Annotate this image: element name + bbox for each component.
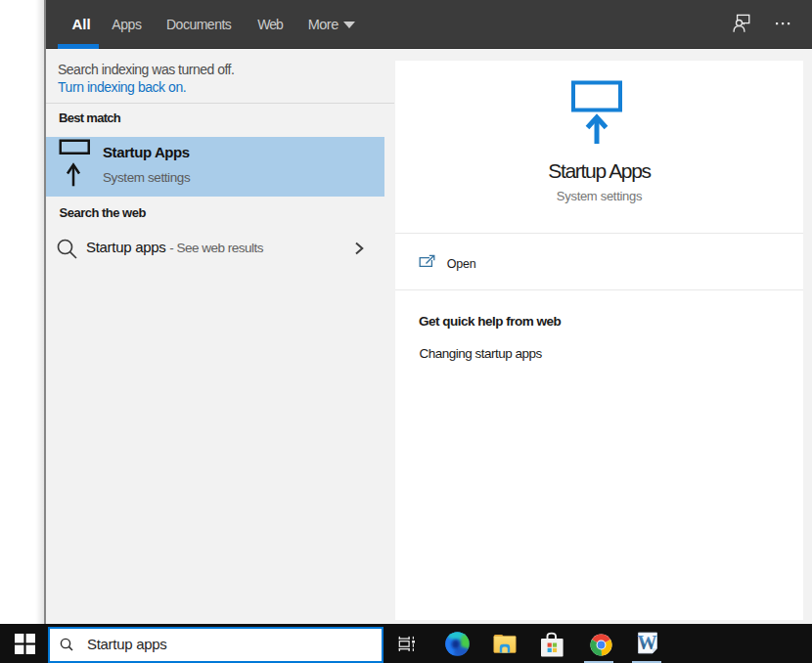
svg-text:W: W — [638, 632, 657, 653]
